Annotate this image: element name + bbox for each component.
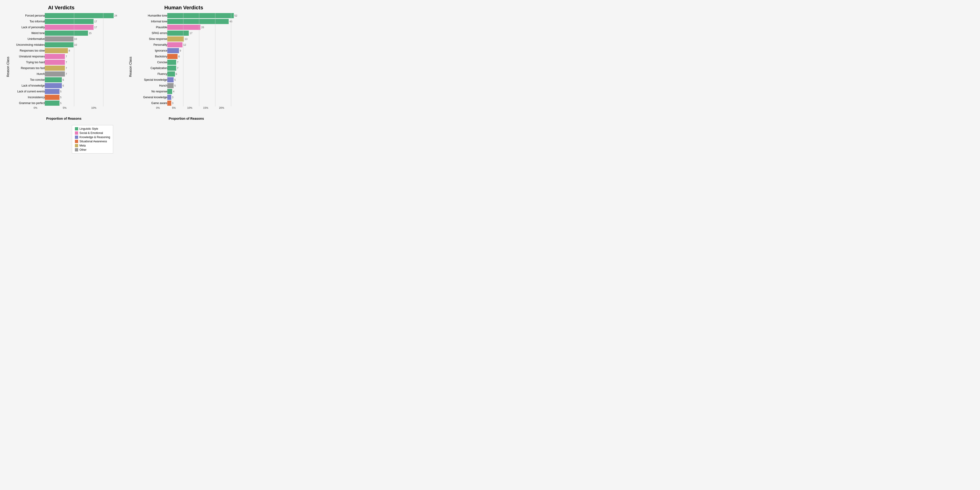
- bar-track: 7: [167, 65, 240, 71]
- bar-track: 8: [45, 48, 118, 53]
- bar-value: 3: [171, 102, 173, 105]
- bar-label: Too informal: [10, 20, 45, 23]
- bar-label: Informal tone: [132, 20, 167, 23]
- bar-fill: [167, 19, 229, 24]
- bar-value: 7: [176, 67, 178, 70]
- legend-label: Other: [80, 148, 87, 151]
- bar-fill: [167, 48, 179, 53]
- bar-row: No response4: [132, 89, 240, 94]
- bar-label: SPAG errors: [132, 32, 167, 35]
- bar-track: 5: [167, 77, 240, 83]
- right-chart-inner: Humanlike tone52Informal tone48Plausible…: [132, 13, 240, 120]
- bar-row: Fluency6: [132, 72, 240, 76]
- bar-fill: [45, 89, 59, 94]
- bar-fill: [45, 42, 73, 48]
- bar-track: 26: [167, 25, 240, 30]
- bar-fill: [167, 25, 200, 30]
- bar-fill: [167, 42, 183, 48]
- bar-row: Capitalization7: [132, 65, 240, 71]
- bar-value: 52: [234, 14, 237, 17]
- bar-track: 4: [167, 89, 240, 94]
- right-bars-container: Humanlike tone52Informal tone48Plausible…: [132, 13, 240, 107]
- bar-row: Informal tone48: [132, 19, 240, 24]
- bar-value: 7: [65, 67, 67, 70]
- bar-fill: [167, 77, 173, 83]
- bar-track: 5: [45, 95, 118, 100]
- right-chart-wrapper: Human Verdicts Reason Class Humanlike to…: [127, 5, 240, 120]
- left-chart-title: AI Verdicts: [48, 5, 75, 11]
- bar-fill: [167, 95, 171, 100]
- bar-track: 5: [167, 83, 240, 88]
- charts-container: AI Verdicts Reason Class Forced persona2…: [5, 5, 240, 154]
- bar-track: 7: [45, 65, 118, 71]
- bar-row: Hunch7: [10, 72, 118, 76]
- bar-value: 48: [229, 20, 232, 23]
- bar-fill: [45, 77, 62, 83]
- bar-value: 6: [62, 84, 64, 87]
- bar-value: 13: [184, 38, 188, 40]
- bar-label: General knowledge: [132, 95, 167, 99]
- bar-label: Hunch: [10, 72, 45, 76]
- bar-track: 7: [167, 60, 240, 65]
- x-tick: 5%: [172, 107, 176, 109]
- bar-fill: [45, 48, 68, 53]
- bar-fill: [45, 37, 73, 41]
- bar-label: Responses too slow: [10, 49, 45, 52]
- bar-value: 17: [94, 20, 97, 23]
- bar-fill: [45, 13, 114, 18]
- bar-track: 24: [45, 13, 118, 18]
- bar-row: Lack of current events5: [10, 89, 118, 94]
- bar-value: 6: [175, 73, 177, 75]
- bar-label: Inconsistency: [10, 95, 45, 99]
- left-bars-container: Forced persona24Too informal17Lack of pe…: [10, 13, 118, 107]
- legend-label: Social & Emotional: [80, 131, 103, 135]
- bar-fill: [45, 19, 94, 24]
- bar-value: 5: [173, 84, 176, 87]
- legend-item: Situational Awareness: [75, 140, 110, 143]
- bar-label: Lack of current events: [10, 90, 45, 93]
- bar-track: 48: [167, 19, 240, 24]
- bar-fill: [167, 30, 189, 36]
- bar-track: 7: [45, 60, 118, 65]
- right-chart-title: Human Verdicts: [164, 5, 203, 11]
- bar-track: 8: [167, 54, 240, 59]
- bar-row: Lack of knowledge6: [10, 83, 118, 88]
- legend-item: Social & Emotional: [75, 131, 110, 135]
- bar-row: Slow response13: [132, 37, 240, 41]
- x-tick: 10%: [91, 107, 96, 109]
- bar-track: 6: [45, 77, 118, 83]
- bar-value: 10: [73, 38, 77, 40]
- bar-row: Grammar too perfect5: [10, 100, 118, 106]
- x-tick: 0%: [156, 107, 160, 109]
- bar-label: Weird tone: [10, 32, 45, 35]
- bar-value: 8: [68, 49, 70, 52]
- bar-fill: [45, 30, 88, 36]
- bar-value: 7: [176, 61, 178, 64]
- bar-label: Plausible: [132, 25, 167, 29]
- bar-fill: [167, 100, 171, 106]
- bar-value: 12: [183, 43, 186, 46]
- bar-row: General knowledge3: [132, 95, 240, 100]
- bar-fill: [167, 65, 176, 71]
- bar-row: Special knowledge5: [132, 77, 240, 83]
- legend-swatch: [75, 148, 78, 151]
- bar-fill: [167, 13, 234, 18]
- bar-label: Grammar too perfect: [10, 102, 45, 105]
- left-chart-area: Reason Class Forced persona24Too informa…: [5, 13, 118, 120]
- bar-fill: [45, 95, 59, 100]
- legend-swatch: [75, 127, 78, 130]
- legend-swatch: [75, 131, 78, 135]
- legend-swatch: [75, 144, 78, 147]
- right-x-axis: 0%5%10%15%20%: [158, 107, 240, 111]
- bar-label: Responses too fast: [10, 67, 45, 70]
- bar-row: Uninformative10: [10, 37, 118, 41]
- bar-track: 12: [167, 42, 240, 48]
- bar-row: Unconvincing mistakes10: [10, 42, 118, 48]
- bar-track: 6: [167, 72, 240, 76]
- legend-swatch: [75, 140, 78, 143]
- bar-value: 5: [59, 102, 62, 105]
- bar-track: 5: [45, 100, 118, 106]
- bar-label: Lack of knowledge: [10, 84, 45, 87]
- bar-row: Plausible26: [132, 25, 240, 30]
- bar-track: 6: [45, 83, 118, 88]
